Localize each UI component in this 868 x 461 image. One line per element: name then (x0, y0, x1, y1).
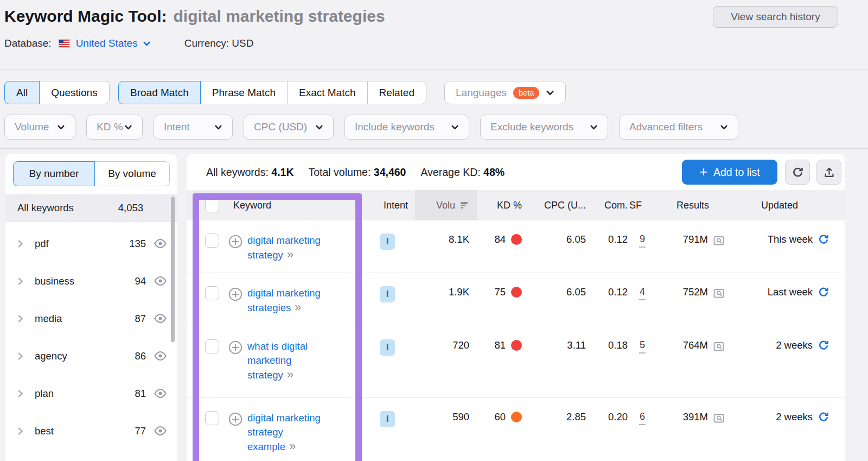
tab-questions[interactable]: Questions (39, 81, 110, 104)
advanced-filters-dropdown[interactable]: Advanced filters (619, 115, 738, 140)
expand-keyword-icon[interactable]: » (287, 248, 293, 261)
column-com[interactable]: Com. (589, 190, 629, 220)
kd-filter-dropdown[interactable]: KD % (86, 115, 143, 140)
serp-preview-icon[interactable] (712, 340, 725, 353)
beta-badge: beta (513, 87, 539, 99)
view-search-history-button[interactable]: View search history (713, 6, 838, 28)
updated-value: Last week (768, 286, 813, 298)
column-intent[interactable]: Intent (355, 190, 415, 220)
row-checkbox[interactable] (205, 411, 219, 425)
tab-related[interactable]: Related (367, 81, 427, 104)
refresh-icon[interactable] (818, 233, 829, 245)
add-to-list-button[interactable]: + Add to list (682, 160, 777, 185)
list-item[interactable]: pdf 135 (5, 225, 177, 262)
serp-preview-icon[interactable] (712, 412, 725, 425)
serp-preview-icon[interactable] (712, 287, 725, 300)
list-item[interactable]: agency 86 (5, 337, 177, 375)
export-button[interactable] (816, 160, 841, 185)
row-checkbox[interactable] (205, 339, 219, 353)
average-kd-value: 48% (483, 166, 505, 178)
refresh-metrics-button[interactable] (785, 160, 810, 185)
list-item[interactable]: business 94 (5, 262, 177, 300)
chevron-right-icon (16, 427, 24, 435)
list-item[interactable]: media 87 (5, 300, 177, 337)
cpc-filter-dropdown[interactable]: CPC (USD) (244, 115, 334, 140)
expand-keyword-icon[interactable]: » (289, 439, 296, 453)
eye-icon[interactable] (153, 238, 168, 249)
results-value: 391M (683, 411, 708, 423)
include-keywords-dropdown[interactable]: Include keywords (344, 115, 469, 140)
sf-value[interactable]: 9 (639, 233, 646, 248)
intent-filter-dropdown[interactable]: Intent (154, 115, 233, 140)
eye-icon[interactable] (153, 351, 168, 361)
column-sf[interactable]: SF (629, 190, 662, 220)
plus-circle-icon[interactable] (228, 412, 242, 426)
plus-circle-icon[interactable] (228, 235, 242, 249)
cpc-value: 6.05 (566, 233, 586, 245)
sidebar-scrollbar[interactable] (171, 197, 175, 342)
kd-value: 84 (494, 233, 506, 245)
table-row: what is digital marketing strategy» I 72… (187, 326, 845, 398)
database-selector[interactable]: United States (76, 37, 151, 49)
serp-preview-icon[interactable] (712, 234, 725, 247)
eye-icon[interactable] (153, 276, 168, 286)
all-keywords-row[interactable]: All keywords 4,053 (5, 194, 177, 222)
column-kd[interactable]: KD % (477, 190, 526, 220)
database-row: Database: United States Currency: USD (4, 37, 253, 49)
database-label: Database: (4, 37, 52, 49)
eye-icon[interactable] (153, 426, 168, 436)
eye-icon[interactable] (153, 313, 168, 324)
chevron-right-icon (16, 314, 24, 323)
sf-value[interactable]: 4 (639, 286, 646, 300)
row-checkbox[interactable] (205, 233, 219, 248)
table-row: digital marketing strategies» I 1.9K 75 … (187, 273, 845, 326)
column-keyword[interactable]: Keyword (220, 190, 355, 220)
expand-keyword-icon[interactable]: » (295, 300, 301, 314)
tab-all[interactable]: All (4, 81, 40, 104)
tab-exact-match[interactable]: Exact Match (287, 81, 368, 104)
sf-value[interactable]: 5 (639, 339, 646, 353)
eye-icon[interactable] (153, 388, 168, 399)
column-cpc[interactable]: CPC (U... (526, 190, 589, 220)
keyword-link[interactable]: digital marketing strategy example (247, 412, 321, 452)
updated-value: 2 weeks (776, 411, 813, 423)
chevron-right-icon (16, 277, 24, 286)
tab-phrase-match[interactable]: Phrase Match (200, 81, 288, 104)
list-item[interactable]: plan 81 (5, 375, 177, 412)
sf-value[interactable]: 6 (639, 411, 646, 425)
intent-badge: I (380, 411, 395, 427)
tab-by-volume[interactable]: By volume (94, 161, 170, 186)
kd-difficulty-dot (511, 234, 522, 245)
keyword-link[interactable]: what is digital marketing strategy (247, 340, 308, 381)
expand-keyword-icon[interactable]: » (287, 368, 293, 381)
volume-filter-dropdown[interactable]: Volume (4, 115, 75, 140)
keyword-link[interactable]: digital marketing strategy (247, 235, 321, 261)
com-value: 0.12 (608, 286, 628, 298)
volume-value: 720 (452, 339, 469, 351)
volume-value: 590 (452, 411, 469, 423)
refresh-icon[interactable] (818, 339, 829, 351)
chevron-down-icon (143, 40, 151, 48)
exclude-keywords-dropdown[interactable]: Exclude keywords (480, 115, 608, 140)
select-all-checkbox[interactable] (205, 198, 219, 212)
search-query: digital marketing strategies (173, 7, 385, 26)
languages-dropdown[interactable]: Languages beta (444, 81, 566, 104)
tab-by-number[interactable]: By number (13, 161, 95, 186)
row-checkbox[interactable] (205, 286, 219, 300)
keyword-magic-tool-page: Keyword Magic Tool: digital marketing st… (0, 0, 868, 461)
refresh-icon[interactable] (818, 411, 829, 423)
plus-circle-icon[interactable] (228, 287, 242, 301)
table-header: Keyword Intent Volu KD % CPC (U... Com. … (187, 190, 845, 220)
tab-broad-match[interactable]: Broad Match (118, 81, 201, 104)
keyword-link[interactable]: digital marketing strategies (247, 287, 321, 313)
list-item[interactable]: best 77 (5, 412, 177, 450)
column-results[interactable]: Results (662, 190, 730, 220)
com-value: 0.20 (608, 411, 628, 423)
intent-badge: I (380, 233, 395, 250)
column-updated[interactable]: Updated (730, 190, 845, 220)
results-value: 764M (683, 339, 708, 351)
refresh-icon[interactable] (818, 286, 829, 298)
column-volume-sorted[interactable]: Volu (415, 190, 477, 220)
plus-circle-icon[interactable] (228, 340, 242, 355)
all-keywords-count: 4,053 (118, 202, 143, 214)
